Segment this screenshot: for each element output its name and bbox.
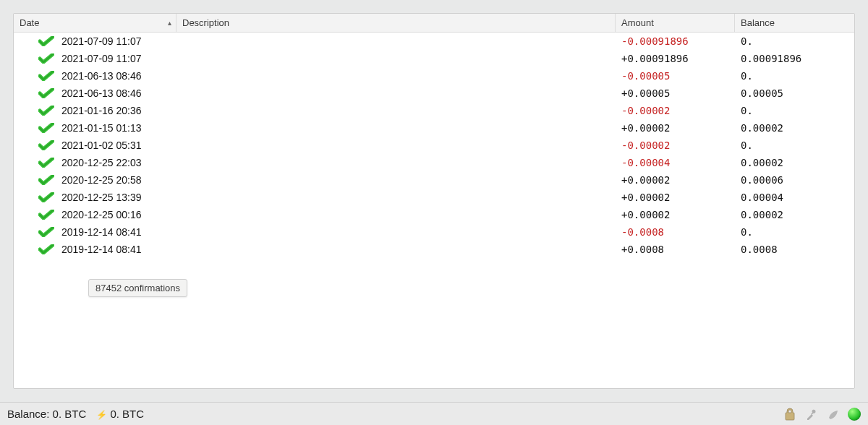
- cell-date: 2021-07-09 11:07: [14, 53, 176, 64]
- column-header-date[interactable]: Date ▴: [14, 14, 176, 32]
- balance-display: Balance: 0. BTC: [7, 408, 86, 420]
- confirmed-check-icon: [38, 36, 54, 46]
- table-row[interactable]: 2021-06-13 08:46+0.000050.00005: [14, 85, 854, 102]
- confirmed-check-icon: [38, 106, 54, 116]
- cell-balance: 0.00005: [735, 87, 854, 99]
- cell-balance: 0.00091896: [735, 53, 854, 64]
- cell-amount: -0.0008: [616, 226, 735, 238]
- tx-date: 2019-12-14 08:41: [61, 226, 142, 238]
- table-row[interactable]: 2020-12-25 13:39+0.000020.00004: [14, 189, 854, 206]
- lock-icon[interactable]: [783, 407, 797, 421]
- status-right: [783, 407, 861, 421]
- tx-date: 2021-07-09 11:07: [61, 35, 142, 47]
- lightning-icon: ⚡: [96, 410, 107, 420]
- cell-date: 2020-12-25 13:39: [14, 192, 176, 203]
- cell-amount: -0.00002: [616, 139, 735, 151]
- seed-icon[interactable]: [826, 407, 841, 421]
- tx-date: 2020-12-25 13:39: [61, 192, 142, 203]
- table-row[interactable]: 2021-01-16 20:36-0.000020.: [14, 102, 854, 119]
- column-header-amount[interactable]: Amount: [616, 14, 735, 32]
- tx-date: 2020-12-25 00:16: [61, 209, 142, 220]
- cell-date: 2021-01-02 05:31: [14, 139, 176, 151]
- cell-amount: -0.00005: [616, 70, 735, 82]
- confirmed-check-icon: [38, 88, 54, 98]
- cell-balance: 0.: [735, 35, 854, 47]
- confirmed-check-icon: [38, 123, 54, 133]
- cell-balance: 0.00002: [735, 209, 854, 220]
- cell-amount: +0.00002: [616, 122, 735, 134]
- confirmed-check-icon: [38, 175, 54, 185]
- tx-date: 2021-01-15 01:13: [61, 122, 142, 134]
- tx-date: 2021-06-13 08:46: [61, 87, 142, 99]
- network-status-dot[interactable]: [848, 408, 861, 421]
- cell-balance: 0.00006: [735, 174, 854, 186]
- cell-date: 2021-07-09 11:07: [14, 35, 176, 47]
- cell-balance: 0.00002: [735, 157, 854, 168]
- tools-icon[interactable]: [804, 407, 819, 421]
- cell-date: 2019-12-14 08:41: [14, 244, 176, 255]
- table-row[interactable]: 2019-12-14 08:41+0.00080.0008: [14, 241, 854, 258]
- table-row[interactable]: 2021-07-09 11:07-0.000918960.: [14, 33, 854, 50]
- wallet-history-panel: Date ▴ Description Amount Balance 2021-0…: [0, 0, 868, 425]
- cell-balance: 0.: [735, 70, 854, 82]
- status-bar: Balance: 0. BTC ⚡ 0. BTC: [0, 402, 868, 425]
- status-left: Balance: 0. BTC ⚡ 0. BTC: [7, 408, 144, 420]
- tx-date: 2021-06-13 08:46: [61, 70, 142, 82]
- lightning-balance: ⚡ 0. BTC: [96, 408, 144, 420]
- tx-date: 2020-12-25 20:58: [61, 174, 142, 186]
- table-header: Date ▴ Description Amount Balance: [14, 14, 854, 33]
- cell-balance: 0.00002: [735, 122, 854, 134]
- cell-date: 2019-12-14 08:41: [14, 226, 176, 238]
- table-row[interactable]: 2019-12-14 08:41-0.00080.: [14, 223, 854, 241]
- transaction-table: Date ▴ Description Amount Balance 2021-0…: [13, 13, 855, 389]
- cell-amount: +0.00005: [616, 87, 735, 99]
- cell-balance: 0.: [735, 105, 854, 116]
- cell-date: 2020-12-25 22:03: [14, 157, 176, 168]
- cell-balance: 0.00004: [735, 192, 854, 203]
- cell-date: 2020-12-25 00:16: [14, 209, 176, 220]
- table-row[interactable]: 2021-01-15 01:13+0.000020.00002: [14, 119, 854, 137]
- table-row[interactable]: 2020-12-25 00:16+0.000020.00002: [14, 206, 854, 223]
- confirmed-check-icon: [38, 192, 54, 202]
- tx-date: 2020-12-25 22:03: [61, 157, 142, 168]
- tx-date: 2021-01-02 05:31: [61, 139, 142, 151]
- cell-balance: 0.0008: [735, 244, 854, 255]
- cell-date: 2020-12-25 20:58: [14, 174, 176, 186]
- confirmed-check-icon: [38, 140, 54, 150]
- cell-amount: -0.00004: [616, 157, 735, 168]
- confirmed-check-icon: [38, 53, 54, 64]
- column-label: Amount: [621, 17, 654, 28]
- cell-amount: -0.00091896: [616, 35, 735, 47]
- cell-amount: +0.00002: [616, 209, 735, 220]
- confirmed-check-icon: [38, 71, 54, 81]
- column-header-description[interactable]: Description: [176, 14, 616, 32]
- column-header-balance[interactable]: Balance: [735, 14, 854, 32]
- cell-amount: -0.00002: [616, 105, 735, 116]
- cell-amount: +0.00002: [616, 192, 735, 203]
- cell-amount: +0.00091896: [616, 53, 735, 64]
- confirmed-check-icon: [38, 210, 54, 220]
- cell-balance: 0.: [735, 226, 854, 238]
- cell-date: 2021-01-16 20:36: [14, 105, 176, 116]
- confirmed-check-icon: [38, 227, 54, 237]
- column-label: Balance: [741, 17, 775, 28]
- sort-ascending-icon: ▴: [168, 19, 171, 27]
- confirmed-check-icon: [38, 158, 54, 168]
- cell-balance: 0.: [735, 139, 854, 151]
- cell-date: 2021-06-13 08:46: [14, 87, 176, 99]
- table-row[interactable]: 2020-12-25 22:03-0.000040.00002: [14, 154, 854, 171]
- table-row[interactable]: 2021-01-02 05:31-0.000020.: [14, 137, 854, 154]
- tx-date: 2021-01-16 20:36: [61, 105, 142, 116]
- confirmations-tooltip: 87452 confirmations: [88, 279, 187, 297]
- cell-date: 2021-01-15 01:13: [14, 122, 176, 134]
- table-row[interactable]: 2020-12-25 20:58+0.000020.00006: [14, 171, 854, 189]
- tx-date: 2019-12-14 08:41: [61, 244, 142, 255]
- cell-amount: +0.0008: [616, 244, 735, 255]
- table-row[interactable]: 2021-07-09 11:07+0.000918960.00091896: [14, 50, 854, 67]
- cell-amount: +0.00002: [616, 174, 735, 186]
- confirmed-check-icon: [38, 244, 54, 254]
- cell-date: 2021-06-13 08:46: [14, 70, 176, 82]
- column-label: Description: [182, 17, 229, 28]
- table-body[interactable]: 2021-07-09 11:07-0.000918960.2021-07-09 …: [14, 33, 854, 388]
- table-row[interactable]: 2021-06-13 08:46-0.000050.: [14, 67, 854, 85]
